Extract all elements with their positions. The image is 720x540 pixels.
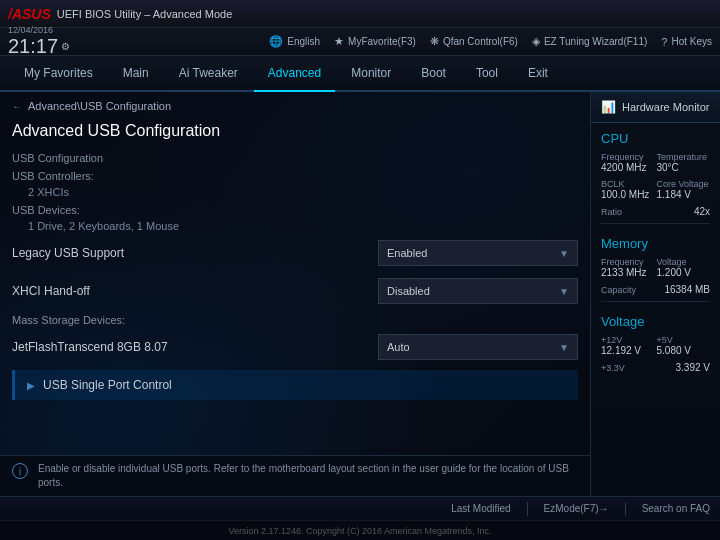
top-menu-items: 🌐 English ★ MyFavorite(F3) ❋ Qfan Contro… (269, 35, 712, 48)
cpu-freq-temp-row: Frequency 4200 MHz Temperature 30°C (591, 150, 720, 177)
bottom-divider-1 (527, 502, 528, 516)
ez-mode-button[interactable]: EzMode(F7)→ (544, 503, 609, 514)
nav-item-boot[interactable]: Boot (407, 56, 460, 92)
cpu-bclk-vcore-row: BCLK 100.0 MHz Core Voltage 1.184 V (591, 177, 720, 204)
mem-freq-col: Frequency 2133 MHz (601, 257, 655, 278)
nav-item-myfavorites[interactable]: My Favorites (10, 56, 107, 92)
cpu-temp-col: Temperature 30°C (657, 152, 711, 173)
bottom-bar: Last Modified EzMode(F7)→ Search on FAQ (0, 496, 720, 520)
language-selector[interactable]: 🌐 English (269, 35, 320, 48)
hw-monitor-panel: 📊 Hardware Monitor CPU Frequency 4200 MH… (590, 92, 720, 496)
xhci-arrow-icon: ▼ (559, 286, 569, 297)
xhci-label: XHCI Hand-off (12, 284, 378, 298)
hotkeys-icon: ? (661, 36, 667, 48)
usb-config-section: USB Configuration USB Controllers: 2 XHC… (0, 148, 590, 234)
footer-text: Version 2.17.1246. Copyright (C) 2016 Am… (228, 526, 491, 536)
bios-title: UEFI BIOS Utility – Advanced Mode (57, 8, 232, 20)
cpu-vcore-value: 1.184 V (657, 189, 711, 200)
ez-mode-label: EzMode(F7)→ (544, 503, 609, 514)
language-icon: 🌐 (269, 35, 283, 48)
legacy-usb-label: Legacy USB Support (12, 246, 378, 260)
mem-volt-col: Voltage 1.200 V (657, 257, 711, 278)
mass-storage-label: Mass Storage Devices: (0, 310, 590, 328)
legacy-usb-arrow-icon: ▼ (559, 248, 569, 259)
settings-gear-icon[interactable]: ⚙ (61, 41, 70, 52)
legacy-usb-value: Enabled (387, 247, 427, 259)
cpu-temp-label: Temperature (657, 152, 711, 162)
volt-33v-value: 3.392 V (676, 362, 710, 373)
cpu-bclk-value: 100.0 MHz (601, 189, 655, 200)
nav-item-monitor[interactable]: Monitor (337, 56, 405, 92)
content-area: ← Advanced\USB Configuration Advanced US… (0, 92, 590, 496)
jetflash-arrow-icon: ▼ (559, 342, 569, 353)
cpu-vcore-label: Core Voltage (657, 179, 711, 189)
xhci-row: XHCI Hand-off Disabled ▼ (0, 272, 590, 310)
cpu-ratio-label: Ratio (601, 207, 622, 217)
xhci-value: Disabled (387, 285, 430, 297)
search-faq-button[interactable]: Search on FAQ (642, 503, 710, 514)
jetflash-select[interactable]: Auto ▼ (378, 334, 578, 360)
volt-12v-5v-row: +12V 12.192 V +5V 5.080 V (591, 333, 720, 360)
volt-12v-value: 12.192 V (601, 345, 655, 356)
volt-33v-label: +3.3V (601, 363, 625, 373)
jetflash-row: JetFlashTranscend 8GB 8.07 Auto ▼ (0, 328, 590, 366)
last-modified-label: Last Modified (451, 503, 510, 514)
mem-freq-label: Frequency (601, 257, 655, 267)
hw-monitor-header: 📊 Hardware Monitor (591, 92, 720, 123)
nav-item-aitweaker[interactable]: Ai Tweaker (165, 56, 252, 92)
xhci-select[interactable]: Disabled ▼ (378, 278, 578, 304)
nav-item-exit[interactable]: Exit (514, 56, 562, 92)
info-icon: i (12, 463, 28, 479)
bottom-divider-2 (625, 502, 626, 516)
voltage-section-title: Voltage (591, 306, 720, 333)
mem-volt-label: Voltage (657, 257, 711, 267)
fan-icon: ❋ (430, 35, 439, 48)
tuning-icon: ◈ (532, 35, 540, 48)
mem-freq-value: 2133 MHz (601, 267, 655, 278)
usb-controllers-label: USB Controllers: (12, 166, 578, 184)
main-layout: ← Advanced\USB Configuration Advanced US… (0, 92, 720, 496)
legacy-usb-select[interactable]: Enabled ▼ (378, 240, 578, 266)
jetflash-label: JetFlashTranscend 8GB 8.07 (12, 340, 378, 354)
qfan-label: Qfan Control(F6) (443, 36, 518, 47)
eztuning-button[interactable]: ◈ EZ Tuning Wizard(F11) (532, 35, 647, 48)
memory-voltage-divider (601, 301, 710, 302)
mem-capacity-row: Capacity 16384 MB (591, 282, 720, 297)
cpu-vcore-col: Core Voltage 1.184 V (657, 179, 711, 200)
myfavorites-button[interactable]: ★ MyFavorite(F3) (334, 35, 416, 48)
nav-item-main[interactable]: Main (109, 56, 163, 92)
hw-monitor-title: Hardware Monitor (622, 101, 709, 113)
nav-bar: My Favorites Main Ai Tweaker Advanced Mo… (0, 56, 720, 92)
asus-logo: /ASUS (8, 6, 51, 22)
content-wrapper: ← Advanced\USB Configuration Advanced US… (0, 92, 590, 496)
usb-port-label: USB Single Port Control (43, 378, 172, 392)
language-label: English (287, 36, 320, 47)
memory-section-title: Memory (591, 228, 720, 255)
nav-item-tool[interactable]: Tool (462, 56, 512, 92)
cpu-freq-label: Frequency (601, 152, 655, 162)
cpu-temp-value: 30°C (657, 162, 711, 173)
myfavorites-label: MyFavorite(F3) (348, 36, 416, 47)
mem-freq-volt-row: Frequency 2133 MHz Voltage 1.200 V (591, 255, 720, 282)
cpu-bclk-col: BCLK 100.0 MHz (601, 179, 655, 200)
qfan-button[interactable]: ❋ Qfan Control(F6) (430, 35, 518, 48)
top-bar: /ASUS UEFI BIOS Utility – Advanced Mode (0, 0, 720, 28)
volt-33v-row: +3.3V 3.392 V (591, 360, 720, 375)
monitor-icon: 📊 (601, 100, 616, 114)
cpu-ratio-row: Ratio 42x (591, 204, 720, 219)
hotkeys-button[interactable]: ? Hot Keys (661, 36, 712, 48)
nav-item-advanced[interactable]: Advanced (254, 56, 335, 92)
cpu-memory-divider (601, 223, 710, 224)
mem-capacity-value: 16384 MB (664, 284, 710, 295)
info-bar: i Enable or disable individual USB ports… (0, 455, 590, 496)
hotkeys-label: Hot Keys (671, 36, 712, 47)
volt-5v-col: +5V 5.080 V (657, 335, 711, 356)
cpu-ratio-value: 42x (694, 206, 710, 217)
usb-devices-label: USB Devices: (12, 200, 578, 218)
search-faq-label: Search on FAQ (642, 503, 710, 514)
mem-volt-value: 1.200 V (657, 267, 711, 278)
usb-single-port-control[interactable]: ▶ USB Single Port Control (12, 370, 578, 400)
volt-5v-value: 5.080 V (657, 345, 711, 356)
back-arrow-icon[interactable]: ← (12, 101, 22, 112)
page-title: Advanced USB Configuration (0, 120, 590, 148)
